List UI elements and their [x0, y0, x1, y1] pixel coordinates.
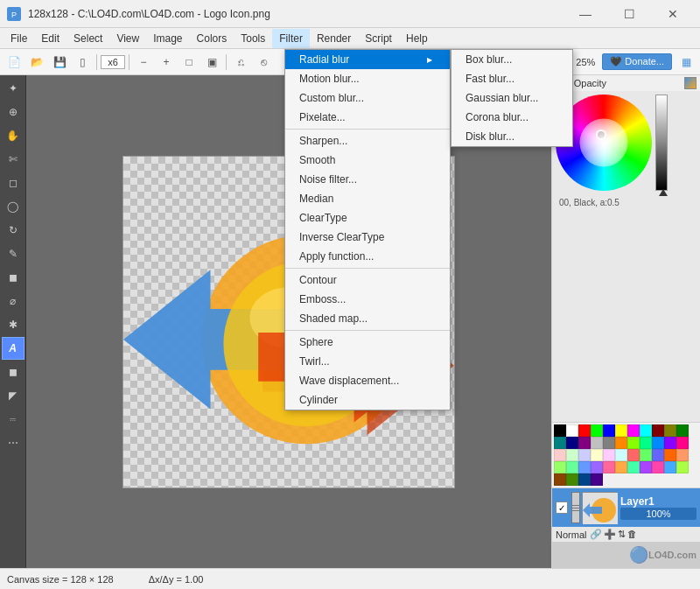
menu-fast-blur[interactable]: Fast blur...	[452, 69, 572, 88]
layer-visibility-check[interactable]: ✓	[556, 501, 568, 514]
value-slider[interactable]	[655, 95, 668, 191]
tool-rect[interactable]: ◻	[2, 172, 24, 194]
layer-delete-icon[interactable]: 🗑	[627, 529, 637, 540]
menu-image[interactable]: Image	[146, 29, 189, 48]
color-swatch[interactable]	[554, 437, 566, 449]
menu-script[interactable]: Script	[358, 29, 399, 48]
zoom-100-button[interactable]: ▣	[201, 53, 222, 72]
layer-merge-icon[interactable]: ⇅	[618, 529, 626, 540]
menu-corona-blur[interactable]: Corona blur...	[452, 108, 572, 127]
menu-view[interactable]: View	[109, 29, 146, 48]
tool-hand[interactable]: ✋	[2, 124, 24, 147]
color-swatch[interactable]	[615, 449, 627, 461]
menu-wave-displacement[interactable]: Wave displacement...	[285, 371, 450, 390]
color-swatch[interactable]	[627, 424, 640, 437]
color-swatch[interactable]	[566, 473, 578, 486]
zoom-in-button[interactable]: +	[156, 53, 177, 72]
open-button[interactable]: 📂	[26, 53, 47, 72]
copy-button[interactable]: ▯	[72, 53, 93, 72]
menu-cleartype[interactable]: ClearType	[285, 208, 450, 228]
menu-help[interactable]: Help	[399, 29, 435, 48]
layer-link-icon[interactable]: 🔗	[590, 529, 602, 540]
color-swatch[interactable]	[591, 437, 603, 449]
tool-brush[interactable]: ◼	[2, 266, 24, 289]
menu-inverse-cleartype[interactable]: Inverse ClearType	[285, 228, 450, 247]
menu-tools[interactable]: Tools	[234, 29, 272, 48]
layer-item[interactable]: ✓ Layer1	[552, 488, 700, 527]
color-swatch[interactable]	[664, 424, 676, 437]
color-swatch[interactable]	[578, 449, 591, 461]
color-swatch[interactable]	[652, 437, 664, 449]
maximize-button[interactable]: ☐	[609, 2, 649, 26]
zoom-out-button[interactable]: −	[133, 53, 154, 72]
menu-sharpen[interactable]: Sharpen...	[285, 131, 450, 151]
color-swatch[interactable]	[591, 449, 603, 461]
color-swatch[interactable]	[566, 449, 578, 461]
menu-noise-filter[interactable]: Noise filter...	[285, 170, 450, 189]
color-swatch[interactable]	[640, 461, 652, 473]
color-swatch[interactable]	[603, 437, 615, 449]
filter-dropdown[interactable]: Radial blur ▶ Motion blur... Custom blur…	[284, 49, 451, 410]
color-swatch[interactable]	[578, 473, 591, 486]
layer-add-icon[interactable]: ➕	[604, 529, 616, 540]
color-swatch[interactable]	[652, 424, 664, 437]
menu-twirl[interactable]: Twirl...	[285, 352, 450, 371]
grid-icon[interactable]: ▦	[676, 53, 696, 72]
color-swatch[interactable]	[664, 449, 676, 461]
color-swatch[interactable]	[640, 424, 652, 437]
color-swatch[interactable]	[615, 437, 627, 449]
color-swatch[interactable]	[627, 449, 640, 461]
menu-box-blur[interactable]: Box blur...	[452, 50, 572, 69]
menu-radial-blur[interactable]: Radial blur ▶	[285, 50, 450, 69]
color-swatch[interactable]	[591, 424, 603, 437]
color-swatch[interactable]	[615, 424, 627, 437]
color-swatch[interactable]	[591, 473, 603, 486]
color-swatch[interactable]	[603, 424, 615, 437]
menu-custom-blur[interactable]: Custom blur...	[285, 88, 450, 108]
menu-shaded-map[interactable]: Shaded map...	[285, 309, 450, 328]
color-swatch[interactable]	[566, 437, 578, 449]
color-swatch-small[interactable]	[684, 77, 696, 89]
color-swatch[interactable]	[578, 461, 591, 473]
color-swatch[interactable]	[676, 424, 689, 437]
color-swatch[interactable]	[566, 424, 578, 437]
color-swatch[interactable]	[615, 461, 627, 473]
menu-motion-blur[interactable]: Motion blur...	[285, 69, 450, 88]
tool-pencil[interactable]: ✎	[2, 242, 24, 265]
color-wheel-area[interactable]: 00, Black, a:0.5	[552, 91, 700, 423]
color-swatch[interactable]	[652, 449, 664, 461]
color-swatch[interactable]	[676, 461, 689, 473]
color-swatch[interactable]	[554, 449, 566, 461]
tool-text[interactable]: A	[2, 337, 24, 360]
menu-disk-blur[interactable]: Disk blur...	[452, 127, 572, 146]
menu-render[interactable]: Render	[310, 29, 358, 48]
color-swatch[interactable]	[578, 437, 591, 449]
tool-misc[interactable]: ⋯	[2, 431, 24, 454]
close-button[interactable]: ✕	[653, 2, 693, 26]
tool-ellipse[interactable]: ◯	[2, 195, 24, 218]
color-swatch[interactable]	[664, 461, 676, 473]
redo-button[interactable]: ⎋	[253, 53, 274, 72]
color-swatch[interactable]	[664, 437, 676, 449]
menu-apply-function[interactable]: Apply function...	[285, 247, 450, 266]
color-swatch[interactable]	[578, 424, 591, 437]
menu-filter[interactable]: Filter	[272, 29, 310, 48]
color-swatch[interactable]	[652, 461, 664, 473]
color-swatch[interactable]	[603, 449, 615, 461]
menu-select[interactable]: Select	[66, 29, 109, 48]
color-swatch[interactable]	[640, 437, 652, 449]
radial-submenu[interactable]: Box blur... Fast blur... Gaussian blur..…	[451, 49, 573, 147]
tool-zoom[interactable]: ⊕	[2, 101, 24, 123]
menu-emboss[interactable]: Emboss...	[285, 290, 450, 309]
color-swatch[interactable]	[603, 461, 615, 473]
color-swatch[interactable]	[566, 461, 578, 473]
zoom-fit-button[interactable]: □	[178, 53, 200, 72]
color-swatch[interactable]	[554, 461, 566, 473]
color-swatch[interactable]	[676, 437, 689, 449]
color-swatch[interactable]	[627, 461, 640, 473]
color-swatch[interactable]	[554, 424, 566, 437]
menu-sphere[interactable]: Sphere	[285, 333, 450, 352]
menu-pixelate[interactable]: Pixelate...	[285, 108, 450, 127]
color-swatch[interactable]	[591, 461, 603, 473]
menu-median[interactable]: Median	[285, 189, 450, 208]
